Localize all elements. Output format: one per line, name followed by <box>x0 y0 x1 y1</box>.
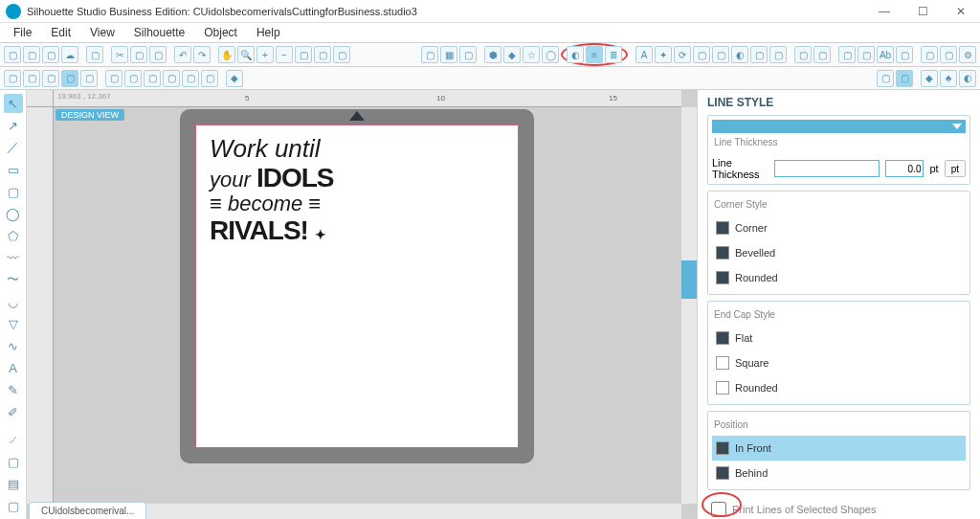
zoom-button[interactable]: 🔍 <box>237 46 255 63</box>
patterns-dropdown[interactable] <box>712 120 966 133</box>
menu-silhouette[interactable]: Silhouette <box>124 24 194 41</box>
barcode-button[interactable]: ▢ <box>858 46 875 63</box>
page-setup-button[interactable]: ▢ <box>421 46 438 63</box>
unit-toggle-button[interactable]: pt <box>945 160 966 177</box>
endcap-square[interactable]: Square <box>712 350 966 375</box>
artwork-text[interactable]: Work until your IDOLS ≡ become ≡ RIVALS!… <box>210 135 333 245</box>
fill-gradient-button[interactable]: ◆ <box>503 46 521 63</box>
eraser-tool[interactable]: ▢ <box>4 452 23 471</box>
open-button[interactable]: ▢ <box>23 46 40 63</box>
horizontal-scrollbar[interactable] <box>54 504 681 519</box>
zoom-sel-button[interactable]: ▢ <box>314 46 331 63</box>
fit-button[interactable]: ▢ <box>295 46 312 63</box>
arc-tool[interactable]: ◡ <box>4 292 23 311</box>
edit-points-tool[interactable]: ↗ <box>4 116 23 135</box>
position-behind[interactable]: Behind <box>712 461 966 485</box>
cloud-button[interactable]: ☁ <box>61 46 78 63</box>
note-tool[interactable]: ✎ <box>4 380 23 399</box>
compound-button[interactable]: ▢ <box>144 70 161 87</box>
vertical-scrollbar[interactable] <box>681 107 697 504</box>
text-style-button[interactable]: A <box>635 46 653 63</box>
crop-button[interactable]: ▢ <box>201 70 218 87</box>
offset-button[interactable]: ◐ <box>731 46 748 63</box>
drag-zoom-button[interactable]: ▢ <box>333 46 350 63</box>
canvas-area[interactable]: 5 10 15 18.963 , 12.367 DESIGN VIEW Work… <box>27 90 697 519</box>
save-button[interactable]: ▢ <box>42 46 59 63</box>
paste-button[interactable]: ▢ <box>149 46 167 63</box>
group-button[interactable]: ▢ <box>61 70 78 87</box>
library-button[interactable]: ◆ <box>921 70 938 87</box>
layer-button[interactable]: ▢ <box>42 70 59 87</box>
rotate-button[interactable]: ⟳ <box>674 46 691 63</box>
menu-file[interactable]: File <box>4 24 41 41</box>
modify-button[interactable]: ▢ <box>182 70 199 87</box>
release-button[interactable]: ▢ <box>163 70 180 87</box>
design-store-button[interactable]: ◐ <box>959 70 976 87</box>
ungroup-button[interactable]: ▢ <box>80 70 98 87</box>
line-thickness-value[interactable] <box>885 160 924 177</box>
reg-marks-button[interactable]: ▢ <box>459 46 477 63</box>
deselect-button[interactable]: ▢ <box>23 70 40 87</box>
transform-button[interactable]: ✦ <box>655 46 672 63</box>
rounded-rect-tool[interactable]: ▢ <box>4 182 23 201</box>
zoom-out-button[interactable]: − <box>276 46 293 63</box>
endcap-rounded[interactable]: Rounded <box>712 375 966 400</box>
replicate-button[interactable]: ▢ <box>750 46 768 63</box>
line-color-button[interactable]: ◐ <box>567 46 584 63</box>
scale-button[interactable]: ▢ <box>712 46 729 63</box>
close-button[interactable]: ✕ <box>942 0 980 23</box>
minimize-button[interactable]: — <box>865 0 903 23</box>
tiling-button[interactable]: ▢ <box>877 70 894 87</box>
shapes-tool[interactable]: ▢ <box>4 496 23 515</box>
sketch-button[interactable]: ▢ <box>896 46 913 63</box>
fill-image-button[interactable]: ◯ <box>542 46 559 63</box>
grid-button[interactable]: ▦ <box>440 46 457 63</box>
send-button[interactable]: ▢ <box>921 46 938 63</box>
fill-pattern-button[interactable]: ☆ <box>523 46 540 63</box>
align-button[interactable]: ▢ <box>693 46 710 63</box>
line-tool[interactable]: ／ <box>4 138 23 157</box>
layers-button[interactable]: ▢ <box>838 46 856 63</box>
detach-button[interactable]: ▢ <box>124 70 142 87</box>
fill-solid-button[interactable]: ⬢ <box>484 46 501 63</box>
position-in-front[interactable]: In Front <box>712 436 966 461</box>
curve-tool[interactable]: 〰 <box>4 248 23 267</box>
new-button[interactable]: ▢ <box>4 46 21 63</box>
line-style-button[interactable]: ≡ <box>586 46 603 63</box>
weld-button[interactable]: ▢ <box>105 70 122 87</box>
select-tool[interactable]: ↖ <box>4 94 23 113</box>
text-tool[interactable]: A <box>4 358 23 377</box>
copy-button[interactable]: ▢ <box>130 46 147 63</box>
draw-note-tool[interactable]: ✐ <box>4 402 23 421</box>
preferences-button[interactable]: ⚙ <box>959 46 976 63</box>
ellipse-tool[interactable]: ◯ <box>4 204 23 223</box>
pan-button[interactable]: ✋ <box>218 46 235 63</box>
trace-button[interactable]: ▢ <box>794 46 812 63</box>
shadow-button[interactable]: ◆ <box>226 70 243 87</box>
line-weight-button[interactable]: ≣ <box>605 46 622 63</box>
menu-object[interactable]: Object <box>194 24 247 41</box>
polygon-tool[interactable]: ⬠ <box>4 226 23 245</box>
line-thickness-slider[interactable] <box>774 160 880 177</box>
zoom-in-button[interactable]: + <box>256 46 274 63</box>
print-button[interactable]: ▢ <box>86 46 103 63</box>
store-button[interactable]: ♣ <box>940 70 957 87</box>
library-tool[interactable]: ▤ <box>4 474 23 493</box>
rectangle-tool[interactable]: ▭ <box>4 160 23 179</box>
corner-style-bevelled[interactable]: Bevelled <box>712 240 966 265</box>
document-tab[interactable]: CUidolsbecomerival... <box>29 502 146 519</box>
menu-edit[interactable]: Edit <box>41 24 80 41</box>
corner-style-corner[interactable]: Corner <box>712 215 966 240</box>
undo-button[interactable]: ↶ <box>174 46 191 63</box>
regular-poly-tool[interactable]: ▽ <box>4 314 23 333</box>
knife-tool[interactable]: ⟋ <box>4 430 23 449</box>
smooth-tool[interactable]: ∿ <box>4 336 23 355</box>
cut-button[interactable]: ✂ <box>111 46 128 63</box>
freehand-tool[interactable]: 〜 <box>4 270 23 289</box>
redo-button[interactable]: ↷ <box>193 46 211 63</box>
nesting-button[interactable]: ▢ <box>769 46 787 63</box>
cut-settings-button[interactable]: ▢ <box>940 46 957 63</box>
pixscan-button[interactable]: ▢ <box>813 46 831 63</box>
weeding-button[interactable]: ▢ <box>896 70 913 87</box>
endcap-flat[interactable]: Flat <box>712 326 966 350</box>
